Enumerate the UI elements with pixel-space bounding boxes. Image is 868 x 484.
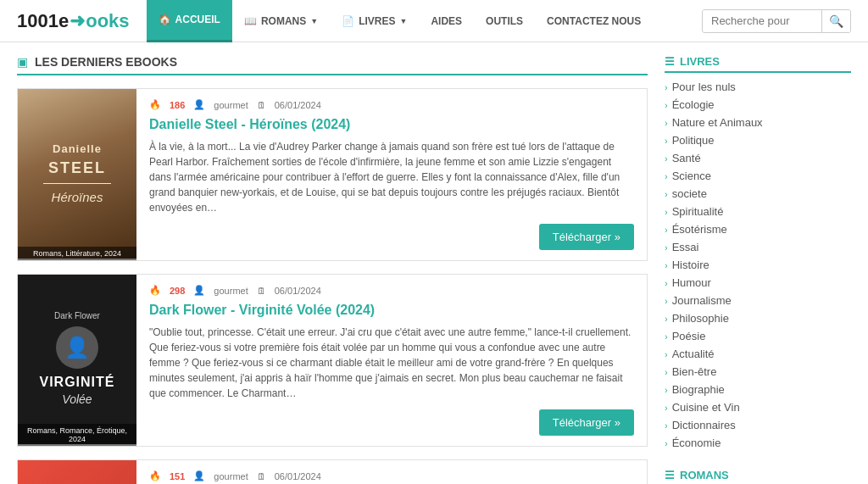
list-icon: ☰	[665, 55, 675, 68]
book-meta-1: 🔥 186 👤 gourmet 🗓 06/01/2024	[149, 99, 634, 110]
author-3: gourmet	[214, 471, 248, 481]
sidebar-item[interactable]: ›Science	[665, 167, 851, 185]
dropdown-icon-romans: ▼	[310, 17, 318, 25]
book-meta-2: 🔥 298 👤 gourmet 🗓 06/01/2024	[149, 285, 634, 296]
fire-count-1: 186	[170, 100, 185, 110]
user-icon-2: 👤	[193, 285, 205, 296]
sidebar-item[interactable]: ›Humour	[665, 274, 851, 292]
sidebar-item[interactable]: ›Philosophie	[665, 309, 851, 327]
sidebar-romans-title: ☰ ROMANS	[665, 469, 851, 484]
book-cover-3: IDENTITÉ VOLÉE Romans, Thriller, 2024	[18, 460, 136, 484]
book-info-2: 🔥 298 👤 gourmet 🗓 06/01/2024 Dark Flower…	[136, 275, 647, 446]
logo: 1001e➜ooks	[17, 10, 130, 32]
fire-icon-3: 🔥	[149, 470, 161, 481]
main-nav: 🏠 ACCUEIL 📖 ROMANS ▼ 📄 LIVRES ▼ AIDES OU…	[147, 0, 702, 42]
nav-item-outils[interactable]: OUTILS	[474, 0, 535, 42]
sidebar-livres-title: ☰ LIVRES	[665, 55, 851, 73]
home-icon: 🏠	[159, 14, 171, 25]
sidebar-item[interactable]: ›societe	[665, 185, 851, 203]
date-3: 06/01/2024	[275, 471, 321, 481]
sidebar-item[interactable]: ›Dictionnaires	[665, 416, 851, 434]
book-meta-3: 🔥 151 👤 gourmet 🗓 06/01/2024	[149, 470, 634, 481]
download-btn-1[interactable]: Télécharger »	[539, 224, 634, 250]
section-icon: ▣	[17, 55, 28, 69]
section-divider	[17, 74, 648, 75]
sidebar-item[interactable]: ›Cuisine et Vin	[665, 398, 851, 416]
sidebar-livres-section: ☰ LIVRES ›Pour les nuls›Écologie›Nature …	[665, 55, 851, 452]
sidebar-item[interactable]: ›Nature et Animaux	[665, 114, 851, 131]
cover-tag-2: Romans, Romance, Érotique, 2024	[18, 424, 136, 446]
author-1: gourmet	[214, 100, 248, 110]
author-2: gourmet	[214, 286, 248, 296]
book-title-2: Dark Flower - Virginité Volée (2024)	[149, 303, 634, 318]
book-icon: 📖	[244, 15, 257, 27]
list-icon-romans: ☰	[665, 469, 675, 481]
sidebar-livres-items: ›Pour les nuls›Écologie›Nature et Animau…	[665, 78, 851, 452]
book-info-3: 🔥 151 👤 gourmet 🗓 06/01/2024 Naïdy Armou…	[136, 460, 647, 484]
nav-item-contact[interactable]: CONTACTEZ NOUS	[535, 0, 653, 42]
download-btn-2[interactable]: Télécharger »	[539, 409, 634, 436]
book-card-3: IDENTITÉ VOLÉE Romans, Thriller, 2024 🔥 …	[17, 459, 648, 484]
sidebar-item[interactable]: ›Spiritualité	[665, 203, 851, 220]
nav-item-livres[interactable]: 📄 LIVRES ▼	[330, 0, 419, 42]
nav-item-accueil[interactable]: 🏠 ACCUEIL	[147, 0, 232, 42]
cal-icon-2: 🗓	[257, 286, 266, 296]
fire-icon-2: 🔥	[149, 285, 161, 296]
nav-item-aides[interactable]: AIDES	[419, 0, 474, 42]
main-content: ▣ LES DERNIERS EBOOKS Danielle STEEL Hér…	[17, 55, 648, 484]
user-icon-1: 👤	[193, 99, 205, 110]
sidebar-item[interactable]: ›Écologie	[665, 96, 851, 114]
fire-count-2: 298	[170, 286, 185, 296]
doc-icon: 📄	[342, 15, 354, 27]
book-cover-2: Dark Flower 👤 VIRGINITÉ Volée Romans, Ro…	[18, 275, 136, 446]
book-card-2: Dark Flower 👤 VIRGINITÉ Volée Romans, Ro…	[17, 274, 648, 447]
search-input[interactable]	[703, 10, 821, 31]
sidebar-item[interactable]: ›Essai	[665, 238, 851, 256]
sidebar-item[interactable]: ›Pour les nuls	[665, 78, 851, 96]
book-desc-2: "Oublie tout, princesse. C'était une err…	[149, 325, 634, 401]
fire-count-3: 151	[170, 471, 185, 481]
section-title: LES DERNIERS EBOOKS	[35, 55, 177, 69]
fire-icon-1: 🔥	[149, 99, 161, 110]
book-title-1: Danielle Steel - Héroïnes (2024)	[149, 117, 634, 132]
sidebar-item[interactable]: ›Politique	[665, 131, 851, 149]
dropdown-icon-livres: ▼	[400, 17, 408, 25]
sidebar-item[interactable]: ›Journalisme	[665, 292, 851, 309]
section-header: ▣ LES DERNIERS EBOOKS	[17, 55, 648, 69]
cal-icon-3: 🗓	[257, 471, 266, 481]
sidebar-item[interactable]: ›Bien-être	[665, 363, 851, 381]
date-1: 06/01/2024	[275, 100, 321, 110]
book-card: Danielle STEEL Héroïnes Romans, Littérat…	[17, 88, 648, 261]
sidebar-item[interactable]: ›Santé	[665, 149, 851, 167]
book-cover-1: Danielle STEEL Héroïnes Romans, Littérat…	[18, 89, 136, 260]
sidebar-item[interactable]: ›Histoire	[665, 256, 851, 274]
sidebar-item[interactable]: ›Ésotérisme	[665, 220, 851, 238]
search-area: 🔍	[702, 9, 851, 33]
sidebar-romans-section: ☰ ROMANS ›Romance›Science Fiction›Thrill…	[665, 469, 851, 484]
nav-item-romans[interactable]: 📖 ROMANS ▼	[232, 0, 330, 42]
sidebar-item[interactable]: ›Biographie	[665, 381, 851, 398]
date-2: 06/01/2024	[275, 286, 321, 296]
sidebar: ☰ LIVRES ›Pour les nuls›Écologie›Nature …	[665, 55, 851, 484]
sidebar-item[interactable]: ›Poésie	[665, 327, 851, 345]
sidebar-item[interactable]: ›Actualité	[665, 345, 851, 363]
book-desc-1: À la vie, à la mort... La vie d'Audrey P…	[149, 139, 634, 215]
cal-icon-1: 🗓	[257, 100, 266, 110]
user-icon-3: 👤	[193, 470, 205, 481]
book-info-1: 🔥 186 👤 gourmet 🗓 06/01/2024 Danielle St…	[136, 89, 647, 260]
search-button[interactable]: 🔍	[821, 10, 850, 32]
cover-tag-1: Romans, Littérature, 2024	[18, 247, 136, 260]
sidebar-item[interactable]: ›Économie	[665, 434, 851, 452]
